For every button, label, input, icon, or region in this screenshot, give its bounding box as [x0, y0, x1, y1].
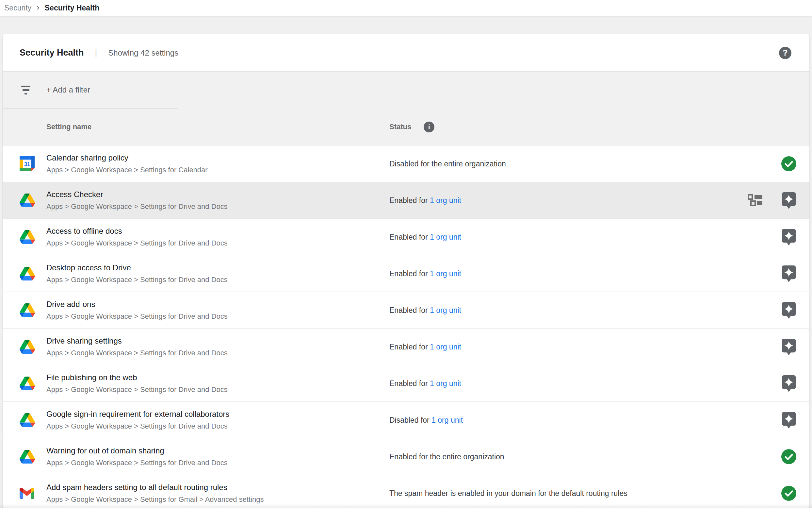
- status-text: Disabled for the entire organization: [389, 159, 506, 168]
- card-header: Security Health | Showing 42 settings ?: [3, 34, 809, 71]
- table-row[interactable]: Add spam headers setting to all default …: [3, 475, 809, 508]
- org-unit-link[interactable]: 1 org unit: [430, 379, 461, 387]
- setting-status: Disabled for the entire organization: [389, 159, 506, 168]
- setting-path: Apps > Google Workspace > Settings for D…: [46, 349, 228, 357]
- status-text: Enabled for: [389, 232, 430, 241]
- setting-name: Drive sharing settings: [46, 336, 228, 345]
- status-ok-check-icon: [781, 449, 796, 464]
- setting-status: Enabled for the entire organization: [389, 452, 504, 461]
- breadcrumb-current: Security Health: [45, 4, 99, 12]
- add-filter-button[interactable]: + Add a filter: [46, 85, 90, 94]
- org-unit-link[interactable]: 1 org unit: [430, 269, 461, 278]
- google-drive-icon: [19, 340, 35, 354]
- setting-text: Google sign-in requirement for external …: [46, 410, 229, 430]
- google-drive-icon: [19, 230, 35, 244]
- table-row[interactable]: Access Checker Apps > Google Workspace >…: [3, 182, 809, 219]
- help-button[interactable]: ?: [779, 47, 792, 59]
- setting-text: Desktop access to Drive Apps > Google Wo…: [46, 263, 228, 284]
- recommendation-badge-icon[interactable]: [781, 265, 796, 283]
- table-row[interactable]: Drive add-ons Apps > Google Workspace > …: [3, 292, 809, 329]
- gmail-icon: [19, 488, 34, 499]
- org-unit-tree-icon: [748, 194, 762, 207]
- status-text: Enabled for: [389, 269, 430, 278]
- status-text: The spam header is enabled in your domai…: [389, 489, 627, 497]
- recommendation-badge-icon[interactable]: [781, 411, 796, 429]
- settings-table-body: 31 Calendar sharing policy Apps > Google…: [3, 145, 809, 508]
- setting-path: Apps > Google Workspace > Settings for D…: [46, 312, 228, 321]
- status-info-icon[interactable]: i: [424, 122, 434, 132]
- table-row[interactable]: 31 Calendar sharing policy Apps > Google…: [3, 145, 809, 182]
- setting-status: Enabled for 1 org unit: [389, 342, 461, 351]
- setting-status: The spam header is enabled in your domai…: [389, 489, 627, 498]
- google-drive-icon: [19, 303, 35, 317]
- question-mark-icon: ?: [782, 49, 787, 57]
- table-row[interactable]: Drive sharing settings Apps > Google Wor…: [3, 329, 809, 365]
- page-title: Security Health: [19, 48, 84, 58]
- setting-path: Apps > Google Workspace > Settings for D…: [46, 459, 228, 467]
- chevron-right-icon: ›: [37, 3, 40, 13]
- svg-text:31: 31: [24, 161, 30, 167]
- table-row[interactable]: Access to offline docs Apps > Google Wor…: [3, 219, 809, 255]
- setting-text: Add spam headers setting to all default …: [46, 483, 264, 504]
- table-toolbar: + Add a filter Setting name Status i: [3, 71, 809, 145]
- status-text: Enabled for the entire organization: [389, 452, 504, 461]
- setting-text: Drive sharing settings Apps > Google Wor…: [46, 336, 228, 357]
- column-header-setting-name: Setting name: [46, 123, 91, 131]
- setting-name: Access to offline docs: [46, 226, 228, 236]
- recommendation-badge-icon[interactable]: [781, 301, 796, 319]
- filter-icon[interactable]: [21, 86, 31, 94]
- status-text: Enabled for: [389, 306, 430, 314]
- setting-text: Access to offline docs Apps > Google Wor…: [46, 226, 228, 248]
- table-row[interactable]: File publishing on the web Apps > Google…: [3, 365, 809, 402]
- status-text: Disabled for: [389, 416, 431, 424]
- setting-text: Access Checker Apps > Google Workspace >…: [46, 190, 228, 211]
- google-drive-icon: [19, 267, 35, 281]
- org-unit-link[interactable]: 1 org unit: [430, 196, 461, 204]
- setting-path: Apps > Google Workspace > Settings for D…: [46, 202, 228, 211]
- setting-name: Drive add-ons: [46, 300, 228, 309]
- setting-name: File publishing on the web: [46, 373, 228, 382]
- recommendation-badge-icon[interactable]: [781, 228, 796, 246]
- org-unit-link[interactable]: 1 org unit: [430, 342, 461, 351]
- column-header-status: Status: [389, 123, 411, 131]
- table-row[interactable]: Google sign-in requirement for external …: [3, 402, 809, 438]
- org-unit-link[interactable]: 1 org unit: [430, 232, 461, 241]
- status-text: Enabled for: [389, 196, 430, 204]
- org-unit-link[interactable]: 1 org unit: [431, 416, 463, 424]
- setting-name: Desktop access to Drive: [46, 263, 228, 272]
- breadcrumb-parent-link[interactable]: Security: [4, 4, 31, 12]
- setting-name: Add spam headers setting to all default …: [46, 483, 264, 492]
- setting-path: Apps > Google Workspace > Settings for D…: [46, 385, 228, 394]
- setting-status: Enabled for 1 org unit: [389, 196, 461, 205]
- setting-path: Apps > Google Workspace > Settings for C…: [46, 166, 208, 174]
- google-drive-icon: [19, 377, 35, 390]
- google-calendar-icon: 31: [19, 156, 35, 171]
- org-unit-link[interactable]: 1 org unit: [430, 306, 461, 314]
- setting-path: Apps > Google Workspace > Settings for D…: [46, 239, 228, 248]
- setting-text: File publishing on the web Apps > Google…: [46, 373, 228, 394]
- title-divider: |: [95, 48, 97, 58]
- table-row[interactable]: Warning for out of domain sharing Apps >…: [3, 438, 809, 475]
- setting-status: Enabled for 1 org unit: [389, 306, 461, 314]
- setting-path: Apps > Google Workspace > Settings for G…: [46, 495, 264, 504]
- settings-count-label: Showing 42 settings: [108, 48, 178, 57]
- status-text: Enabled for: [389, 379, 430, 387]
- google-drive-icon: [19, 413, 35, 427]
- setting-text: Calendar sharing policy Apps > Google Wo…: [46, 153, 208, 174]
- setting-text: Drive add-ons Apps > Google Workspace > …: [46, 300, 228, 321]
- recommendation-badge-icon[interactable]: [781, 192, 796, 209]
- setting-name: Calendar sharing policy: [46, 153, 208, 163]
- table-row[interactable]: Desktop access to Drive Apps > Google Wo…: [3, 255, 809, 292]
- google-drive-icon: [19, 450, 35, 464]
- setting-status: Disabled for 1 org unit: [389, 416, 463, 424]
- recommendation-badge-icon[interactable]: [781, 375, 796, 392]
- setting-name: Google sign-in requirement for external …: [46, 410, 229, 419]
- setting-status: Enabled for 1 org unit: [389, 232, 461, 241]
- setting-status: Enabled for 1 org unit: [389, 379, 461, 388]
- setting-name: Warning for out of domain sharing: [46, 446, 228, 455]
- setting-path: Apps > Google Workspace > Settings for D…: [46, 276, 228, 284]
- recommendation-badge-icon[interactable]: [781, 338, 796, 356]
- setting-status: Enabled for 1 org unit: [389, 269, 461, 278]
- table-column-headers: Setting name Status i: [3, 108, 809, 145]
- breadcrumb: Security › Security Health: [0, 0, 812, 16]
